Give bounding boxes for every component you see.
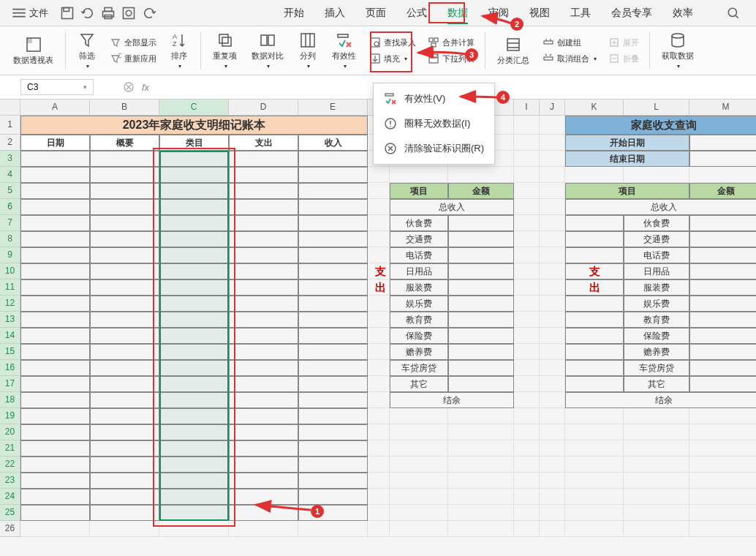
- cell-I17[interactable]: [514, 376, 540, 392]
- cell-B2[interactable]: 概要: [90, 135, 159, 151]
- cell-L13[interactable]: 教育费: [624, 312, 689, 328]
- row-header-21[interactable]: 21: [0, 440, 20, 457]
- col-header-E[interactable]: E: [298, 99, 368, 115]
- row-header-19[interactable]: 19: [0, 408, 20, 424]
- cell-I19[interactable]: [514, 408, 540, 424]
- cell-J12[interactable]: [540, 296, 565, 312]
- cell-C11[interactable]: [159, 279, 229, 296]
- cell-C4[interactable]: [159, 167, 229, 183]
- cell-I8[interactable]: [514, 231, 540, 247]
- cell-D2[interactable]: 支出: [229, 135, 298, 151]
- row-header-24[interactable]: 24: [0, 489, 20, 505]
- cell-H14[interactable]: [448, 328, 514, 344]
- cell-F22[interactable]: [368, 457, 390, 473]
- row-header-9[interactable]: 9: [0, 247, 20, 263]
- cell-F12[interactable]: [368, 296, 390, 312]
- cell-B16[interactable]: [90, 360, 159, 376]
- cell-G8[interactable]: 交通费: [390, 231, 448, 247]
- cell-E13[interactable]: [298, 312, 368, 328]
- cell-I4[interactable]: [514, 167, 540, 183]
- row-header-14[interactable]: 14: [0, 328, 20, 344]
- cell-A26[interactable]: [20, 521, 90, 537]
- cell-G7[interactable]: 伙食费: [390, 215, 448, 231]
- cell-J25[interactable]: [540, 505, 565, 521]
- col-header-B[interactable]: B: [90, 99, 159, 115]
- cell-M13[interactable]: [689, 312, 756, 328]
- cell-A25[interactable]: [20, 505, 90, 521]
- cell-D8[interactable]: [229, 231, 298, 247]
- cell-G15[interactable]: 赡养费: [390, 344, 448, 360]
- subtotal-button[interactable]: 分类汇总: [491, 29, 535, 72]
- cell-I9[interactable]: [514, 247, 540, 263]
- validity-menu-item[interactable]: 有效性(V): [374, 86, 494, 111]
- cell-A7[interactable]: [20, 215, 90, 231]
- cell-K14[interactable]: [565, 328, 624, 344]
- cell-B24[interactable]: [90, 489, 159, 505]
- cell-G5[interactable]: 项目: [390, 183, 448, 199]
- cell-B21[interactable]: [90, 440, 159, 457]
- cell-E12[interactable]: [298, 296, 368, 312]
- cell-I22[interactable]: [514, 457, 540, 473]
- cell-J4[interactable]: [540, 167, 565, 183]
- fill-button[interactable]: 填充▾: [366, 51, 419, 66]
- cell-reference-input[interactable]: C3 ▾: [20, 79, 94, 95]
- cell-C5[interactable]: [159, 183, 229, 199]
- cell-M24[interactable]: [689, 489, 756, 505]
- cell-J21[interactable]: [540, 440, 565, 457]
- cell-C18[interactable]: [159, 392, 229, 408]
- cell-G16[interactable]: 车贷房贷: [390, 360, 448, 376]
- cell-F25[interactable]: [368, 505, 390, 521]
- cell-C21[interactable]: [159, 440, 229, 457]
- cell-F21[interactable]: [368, 440, 390, 457]
- cell-F7[interactable]: [368, 215, 390, 231]
- cell-H20[interactable]: [448, 424, 514, 440]
- cell-F23[interactable]: [368, 473, 390, 489]
- cell-A14[interactable]: [20, 328, 90, 344]
- cell-B12[interactable]: [90, 296, 159, 312]
- cell-F6[interactable]: [368, 199, 390, 215]
- cell-G21[interactable]: [390, 440, 448, 457]
- row-header-15[interactable]: 15: [0, 344, 20, 360]
- cell-K16[interactable]: [565, 360, 624, 376]
- cell-B15[interactable]: [90, 344, 159, 360]
- cell-A10[interactable]: [20, 263, 90, 279]
- cell-B18[interactable]: [90, 392, 159, 408]
- cell-B8[interactable]: [90, 231, 159, 247]
- col-header-I[interactable]: I: [514, 99, 540, 115]
- cell-B13[interactable]: [90, 312, 159, 328]
- cell-F4[interactable]: [368, 167, 390, 183]
- cell-I21[interactable]: [514, 440, 540, 457]
- row-header-11[interactable]: 11: [0, 279, 20, 296]
- cell-C2[interactable]: 类目: [159, 135, 229, 151]
- cell-H16[interactable]: [448, 360, 514, 376]
- cell-B4[interactable]: [90, 167, 159, 183]
- col-header-J[interactable]: J: [540, 99, 565, 115]
- cell-E17[interactable]: [298, 376, 368, 392]
- cell-M14[interactable]: [689, 328, 756, 344]
- cell-L9[interactable]: 电话费: [624, 247, 689, 263]
- cell-B14[interactable]: [90, 328, 159, 344]
- cell-J2[interactable]: [540, 135, 565, 151]
- row-header-6[interactable]: 6: [0, 199, 20, 215]
- cell-A24[interactable]: [20, 489, 90, 505]
- cell-G6[interactable]: 总收入: [390, 199, 514, 215]
- cell-D12[interactable]: [229, 296, 298, 312]
- cell-C14[interactable]: [159, 328, 229, 344]
- cell-J5[interactable]: [540, 183, 565, 199]
- cell-C23[interactable]: [159, 473, 229, 489]
- cell-G4[interactable]: [390, 167, 448, 183]
- cell-J18[interactable]: [540, 392, 565, 408]
- cell-E9[interactable]: [298, 247, 368, 263]
- cell-H13[interactable]: [448, 312, 514, 328]
- cell-J22[interactable]: [540, 457, 565, 473]
- cell-I20[interactable]: [514, 424, 540, 440]
- cell-A13[interactable]: [20, 312, 90, 328]
- cell-K20[interactable]: [565, 424, 624, 440]
- cell-B19[interactable]: [90, 408, 159, 424]
- cell-K19[interactable]: [565, 408, 624, 424]
- cell-K23[interactable]: [565, 473, 624, 489]
- cell-K17[interactable]: [565, 376, 624, 392]
- cell-L23[interactable]: [624, 473, 689, 489]
- cell-M21[interactable]: [689, 440, 756, 457]
- cell-B23[interactable]: [90, 473, 159, 489]
